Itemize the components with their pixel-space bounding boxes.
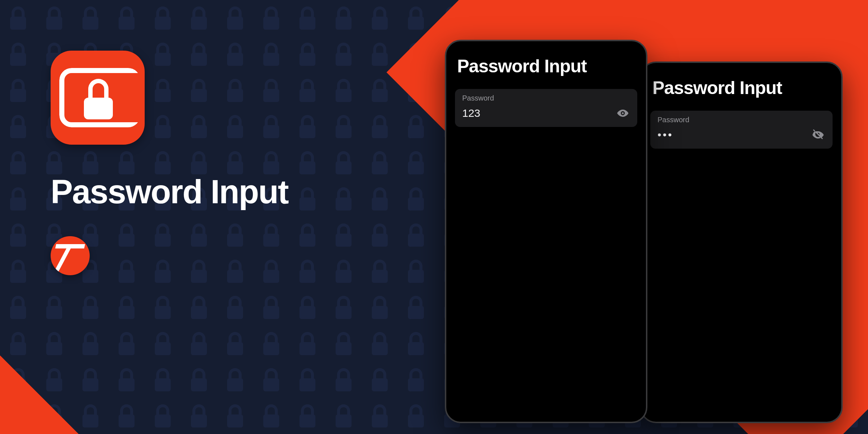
phone-preview-visible: Password Input Password 123	[445, 40, 647, 423]
hero-left-column: Password Input	[51, 51, 288, 275]
framework7-badge	[51, 236, 90, 275]
password-field[interactable]: Password 123	[455, 89, 637, 127]
password-label: Password	[658, 116, 825, 124]
eye-icon[interactable]	[616, 106, 630, 120]
screen-title: Password Input	[652, 77, 830, 98]
eye-off-icon[interactable]	[811, 128, 825, 142]
lock-icon	[84, 79, 113, 119]
promo-stage: Password Input Password Input Password •…	[0, 0, 868, 434]
password-value-masked[interactable]: •••	[658, 129, 673, 140]
password-value[interactable]: 123	[462, 107, 480, 119]
screen-title: Password Input	[457, 56, 635, 77]
hero-title: Password Input	[51, 173, 288, 211]
phone-preview-masked: Password Input Password •••	[640, 61, 843, 423]
app-icon	[51, 51, 145, 145]
password-label: Password	[462, 94, 630, 102]
password-field[interactable]: Password •••	[650, 111, 833, 149]
